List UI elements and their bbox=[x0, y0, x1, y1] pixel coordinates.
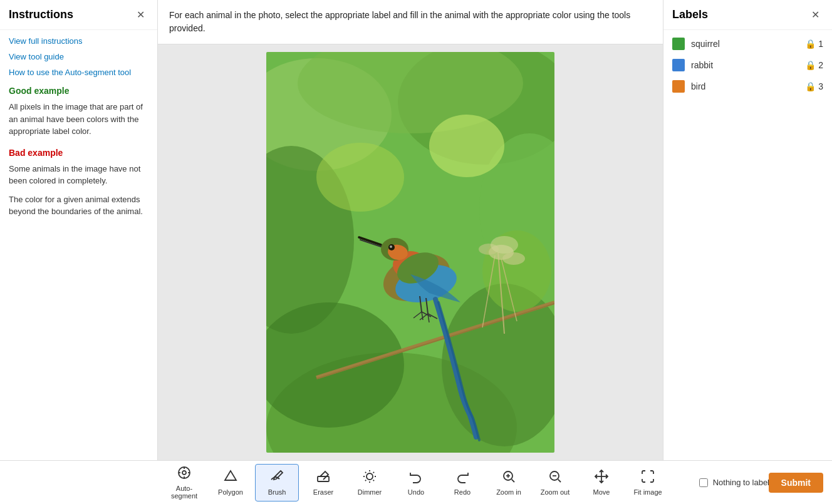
labels-header: Labels ✕ bbox=[663, 0, 832, 30]
polygon-tool-icon bbox=[223, 469, 238, 486]
svg-line-53 bbox=[373, 480, 374, 481]
tools-container: Auto-segment Polygon Brush Eraser Dimmer… bbox=[162, 464, 670, 501]
svg-point-9 bbox=[429, 115, 504, 177]
zoom-in-tool-icon bbox=[501, 469, 516, 486]
svg-point-20 bbox=[491, 236, 518, 254]
dimmer-tool-label: Dimmer bbox=[358, 488, 382, 496]
close-instructions-button[interactable]: ✕ bbox=[133, 8, 148, 22]
submit-button[interactable]: Submit bbox=[769, 473, 823, 493]
zoom-in-tool[interactable]: Zoom in bbox=[487, 464, 531, 501]
label-name-squirrel: squirrel bbox=[691, 39, 805, 49]
label-color-bird bbox=[672, 80, 685, 93]
fit-image-tool-label: Fit image bbox=[633, 488, 662, 496]
brush-tool[interactable]: Brush bbox=[255, 464, 299, 501]
svg-line-61 bbox=[558, 480, 561, 482]
label-color-squirrel bbox=[672, 38, 685, 50]
undo-tool[interactable]: Undo bbox=[394, 464, 438, 501]
nothing-to-label-checkbox[interactable] bbox=[699, 478, 708, 487]
instructions-title: Instructions bbox=[9, 8, 73, 21]
view-tool-guide-link[interactable]: View tool guide bbox=[9, 52, 148, 61]
polygon-tool-label: Polygon bbox=[218, 488, 243, 496]
fit-image-tool[interactable]: Fit image bbox=[626, 464, 670, 501]
auto-segment-tool-label: Auto-segment bbox=[165, 485, 204, 500]
nothing-to-label-text: Nothing to label bbox=[713, 478, 769, 487]
svg-point-18 bbox=[502, 252, 525, 265]
brush-tool-label: Brush bbox=[268, 488, 286, 496]
label-number-squirrel: 1 bbox=[818, 39, 823, 49]
instructions-panel: Instructions ✕ View full instructions Vi… bbox=[0, 0, 158, 460]
polygon-tool[interactable]: Polygon bbox=[209, 464, 252, 501]
svg-marker-45 bbox=[225, 471, 236, 480]
auto-segment-guide-link[interactable]: How to use the Auto-segment tool bbox=[9, 68, 148, 77]
zoom-out-tool[interactable]: Zoom out bbox=[533, 464, 577, 501]
dimmer-tool-icon bbox=[362, 469, 377, 486]
eraser-tool-icon bbox=[316, 469, 331, 486]
zoom-out-tool-label: Zoom out bbox=[541, 488, 569, 496]
bottom-toolbar: Auto-segment Polygon Brush Eraser Dimmer… bbox=[0, 460, 832, 504]
label-item-bird[interactable]: bird 🔒 3 bbox=[672, 80, 823, 93]
move-tool-icon bbox=[594, 469, 609, 486]
brush-tool-icon bbox=[269, 469, 284, 486]
label-number-rabbit: 2 bbox=[818, 60, 823, 70]
labels-title: Labels bbox=[672, 8, 708, 21]
nothing-to-label-area: Nothing to label bbox=[699, 478, 769, 487]
zoom-in-tool-label: Zoom in bbox=[496, 488, 521, 496]
close-labels-button[interactable]: ✕ bbox=[808, 8, 823, 22]
lock-icon-squirrel: 🔒 bbox=[805, 39, 816, 49]
redo-tool-icon bbox=[455, 469, 470, 486]
labels-panel: Labels ✕ squirrel 🔒 1 rabbit 🔒 2 bird 🔒 … bbox=[663, 0, 832, 460]
canvas-area[interactable] bbox=[158, 44, 663, 460]
svg-point-10 bbox=[316, 143, 404, 212]
eraser-tool[interactable]: Eraser bbox=[301, 464, 345, 501]
fit-image-tool-icon bbox=[640, 469, 655, 486]
label-number-bird: 3 bbox=[818, 81, 823, 91]
view-full-instructions-link[interactable]: View full instructions bbox=[9, 36, 148, 46]
redo-tool-label: Redo bbox=[454, 488, 471, 496]
svg-point-40 bbox=[182, 471, 186, 475]
redo-tool[interactable]: Redo bbox=[440, 464, 484, 501]
label-item-squirrel[interactable]: squirrel 🔒 1 bbox=[672, 38, 823, 50]
bad-example-text2: The color for a given animal extends bey… bbox=[9, 193, 148, 218]
good-example-text: All pixels in the image that are part of… bbox=[9, 101, 148, 138]
undo-tool-icon bbox=[408, 469, 424, 486]
dimmer-tool[interactable]: Dimmer bbox=[348, 464, 392, 501]
good-example-title: Good example bbox=[9, 86, 148, 96]
svg-point-28 bbox=[390, 245, 392, 248]
svg-line-54 bbox=[365, 480, 366, 481]
instruction-text: For each animal in the photo, select the… bbox=[169, 10, 630, 33]
auto-segment-tool-icon bbox=[177, 465, 192, 482]
image-canvas[interactable] bbox=[266, 52, 554, 453]
auto-segment-tool[interactable]: Auto-segment bbox=[162, 464, 206, 501]
label-name-rabbit: rabbit bbox=[691, 60, 805, 70]
move-tool-label: Move bbox=[593, 488, 610, 496]
label-color-rabbit bbox=[672, 59, 685, 71]
labels-list: squirrel 🔒 1 rabbit 🔒 2 bird 🔒 3 bbox=[663, 30, 832, 109]
eraser-tool-label: Eraser bbox=[313, 488, 333, 496]
undo-tool-label: Undo bbox=[408, 488, 424, 496]
label-item-rabbit[interactable]: rabbit 🔒 2 bbox=[672, 59, 823, 71]
instructions-body: View full instructions View tool guide H… bbox=[0, 30, 157, 230]
label-name-bird: bird bbox=[691, 81, 805, 91]
center-area: For each animal in the photo, select the… bbox=[158, 0, 663, 460]
svg-line-55 bbox=[373, 472, 374, 473]
zoom-out-tool-icon bbox=[548, 469, 563, 486]
instructions-header: Instructions ✕ bbox=[0, 0, 157, 30]
instruction-bar: For each animal in the photo, select the… bbox=[158, 0, 663, 44]
svg-line-57 bbox=[512, 480, 514, 482]
svg-point-47 bbox=[367, 473, 373, 480]
bird-svg bbox=[266, 52, 554, 453]
move-tool[interactable]: Move bbox=[580, 464, 623, 501]
bad-example-text1: Some animals in the image have not been … bbox=[9, 163, 148, 187]
lock-icon-rabbit: 🔒 bbox=[805, 60, 816, 70]
bad-example-title: Bad example bbox=[9, 148, 148, 158]
lock-icon-bird: 🔒 bbox=[805, 81, 816, 91]
svg-line-52 bbox=[365, 472, 366, 473]
